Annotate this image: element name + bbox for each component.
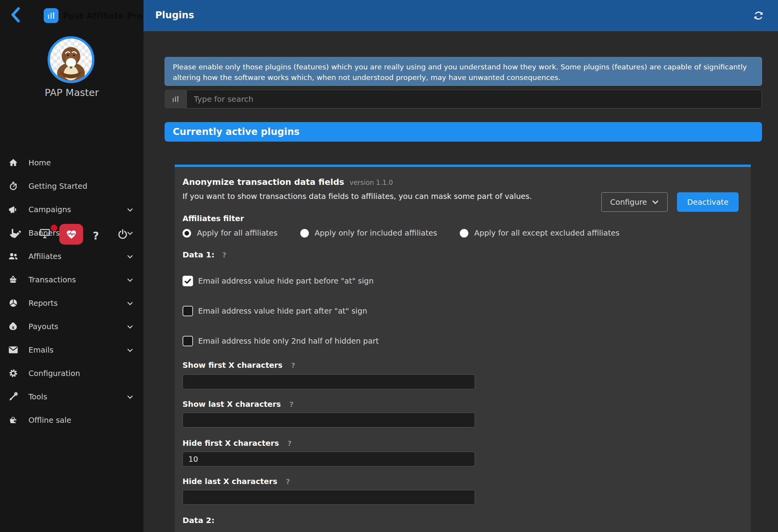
checkbox-label: Email address value hide part before "at… bbox=[198, 277, 374, 286]
mascot-image bbox=[50, 39, 92, 81]
show-first-x-label: Show first X characters bbox=[183, 361, 282, 370]
data1-label: Data 1: bbox=[183, 250, 214, 259]
sidebar-item-label: Banners bbox=[28, 229, 60, 238]
svg-text:$: $ bbox=[12, 325, 14, 329]
radio-selected-icon bbox=[183, 229, 191, 238]
gear-icon bbox=[8, 368, 18, 379]
sidebar-item-reports[interactable]: Reports bbox=[0, 291, 144, 315]
post-affiliate-pro-logo-icon bbox=[44, 8, 58, 23]
show-last-x-input[interactable] bbox=[183, 413, 475, 427]
sidebar-item-transactions[interactable]: Transactions bbox=[0, 268, 144, 291]
help-icon[interactable]: ? bbox=[289, 400, 293, 408]
megaphone-icon bbox=[8, 204, 18, 215]
plugin-search-bar bbox=[165, 90, 762, 108]
help-icon[interactable]: ? bbox=[291, 361, 295, 369]
basket-icon bbox=[8, 275, 18, 285]
sidebar-item-label: Emails bbox=[28, 346, 53, 355]
page-title: Plugins bbox=[155, 10, 194, 21]
sidebar-item-label: Transactions bbox=[28, 275, 76, 284]
sidebar-item-home[interactable]: Home bbox=[0, 151, 144, 174]
main-content: Please enable only those plugins (featur… bbox=[144, 31, 778, 532]
deactivate-button[interactable]: Deactivate bbox=[677, 192, 739, 212]
sidebar-item-label: Getting Started bbox=[28, 182, 87, 191]
hide-first-x-input[interactable] bbox=[183, 452, 475, 466]
help-icon[interactable]: ? bbox=[286, 477, 290, 486]
plugin-title: Anonymize transaction data fields bbox=[183, 177, 344, 187]
checkbox-hide-2nd-half[interactable]: Email address hide only 2nd half of hidd… bbox=[183, 336, 743, 346]
brand-name: Post Affiliate Pro bbox=[63, 11, 143, 21]
section-header: Currently active plugins bbox=[165, 122, 762, 142]
affiliates-filter-options: Apply for all affiliates Apply only for … bbox=[183, 229, 743, 238]
checkbox-hide-after-at[interactable]: Email address value hide part after "at"… bbox=[183, 306, 743, 316]
data2-label: Data 2: bbox=[183, 516, 214, 525]
offline-sale-icon bbox=[8, 415, 18, 426]
sidebar-item-label: Offline sale bbox=[28, 416, 71, 425]
radio-label: Apply for all except excluded affiliates bbox=[474, 229, 620, 238]
top-bar: Plugins bbox=[144, 0, 778, 31]
sidebar: Post Affiliate Pro PAP Master bbox=[0, 0, 144, 532]
help-icon[interactable]: ? bbox=[287, 439, 291, 447]
user-name: PAP Master bbox=[0, 87, 144, 98]
pie-chart-icon bbox=[8, 298, 18, 309]
chevron-down-icon bbox=[127, 325, 133, 329]
chevron-down-icon bbox=[127, 278, 133, 282]
sidebar-item-configuration[interactable]: Configuration bbox=[0, 362, 144, 385]
hide-last-x-input[interactable] bbox=[183, 490, 475, 505]
hide-last-x-label: Hide last X characters bbox=[183, 477, 277, 486]
checkbox-hide-before-at[interactable]: Email address value hide part before "at… bbox=[183, 276, 743, 286]
sidebar-item-campaigns[interactable]: Campaigns bbox=[0, 198, 144, 221]
sidebar-item-affiliates[interactable]: Affiliates bbox=[0, 245, 144, 268]
radio-label: Apply for all affiliates bbox=[197, 229, 278, 238]
money-bag-icon: $ bbox=[8, 321, 18, 332]
quick-icons-row: ? bbox=[0, 111, 144, 136]
radio-apply-included-affiliates[interactable]: Apply only for included affiliates bbox=[300, 229, 437, 238]
chevron-down-icon bbox=[127, 348, 133, 352]
chevron-down-icon bbox=[127, 208, 133, 212]
hand-pointer-icon bbox=[8, 228, 18, 238]
sidebar-item-label: Reports bbox=[28, 299, 58, 308]
avatar[interactable] bbox=[48, 36, 94, 83]
radio-unselected-icon bbox=[300, 229, 309, 238]
sidebar-item-label: Tools bbox=[28, 392, 47, 401]
radio-unselected-icon bbox=[460, 229, 468, 238]
hide-first-x-label: Hide first X characters bbox=[183, 439, 279, 448]
sidebar-item-banners[interactable]: Banners bbox=[0, 221, 144, 245]
chevron-down-icon bbox=[652, 200, 659, 204]
plugin-description: If you want to show transactions data fi… bbox=[183, 192, 592, 201]
radio-apply-all-affiliates[interactable]: Apply for all affiliates bbox=[183, 229, 278, 238]
plugins-notice-banner: Please enable only those plugins (featur… bbox=[165, 57, 762, 86]
checkbox-unchecked-icon bbox=[183, 306, 193, 316]
sidebar-item-label: Affiliates bbox=[28, 252, 62, 261]
plugin-version: version 1.1.0 bbox=[350, 179, 393, 186]
search-input[interactable] bbox=[186, 90, 762, 108]
stopwatch-icon bbox=[8, 181, 18, 192]
back-button[interactable] bbox=[9, 6, 23, 23]
sidebar-item-payouts[interactable]: $ Payouts bbox=[0, 315, 144, 338]
checkbox-label: Email address value hide part after "at"… bbox=[198, 307, 367, 316]
configure-button[interactable]: Configure bbox=[601, 192, 668, 212]
home-icon bbox=[8, 158, 18, 168]
tools-icon bbox=[8, 392, 18, 402]
chevron-left-icon bbox=[9, 6, 23, 23]
checkbox-label: Email address hide only 2nd half of hidd… bbox=[198, 337, 379, 346]
envelope-icon bbox=[8, 345, 18, 355]
sidebar-nav: Home Getting Started Campaigns Banners A… bbox=[0, 151, 144, 432]
chevron-down-icon bbox=[127, 395, 133, 399]
configure-label: Configure bbox=[610, 198, 647, 207]
sidebar-item-emails[interactable]: Emails bbox=[0, 338, 144, 362]
search-chart-icon bbox=[171, 95, 180, 103]
deactivate-label: Deactivate bbox=[687, 198, 728, 207]
radio-apply-except-excluded-affiliates[interactable]: Apply for all except excluded affiliates bbox=[460, 229, 620, 238]
help-icon[interactable]: ? bbox=[222, 251, 226, 259]
sidebar-item-getting-started[interactable]: Getting Started bbox=[0, 174, 144, 198]
show-last-x-label: Show last X characters bbox=[183, 400, 281, 409]
show-first-x-input[interactable] bbox=[183, 374, 475, 389]
sidebar-item-tools[interactable]: Tools bbox=[0, 385, 144, 408]
chevron-down-icon bbox=[127, 255, 133, 259]
search-addon bbox=[165, 90, 186, 108]
sidebar-item-label: Home bbox=[28, 158, 51, 167]
checkbox-checked-icon bbox=[183, 276, 193, 286]
sidebar-item-offline-sale[interactable]: Offline sale bbox=[0, 408, 144, 432]
refresh-icon[interactable] bbox=[753, 10, 764, 21]
plugin-card: Anonymize transaction data fields versio… bbox=[175, 165, 751, 532]
